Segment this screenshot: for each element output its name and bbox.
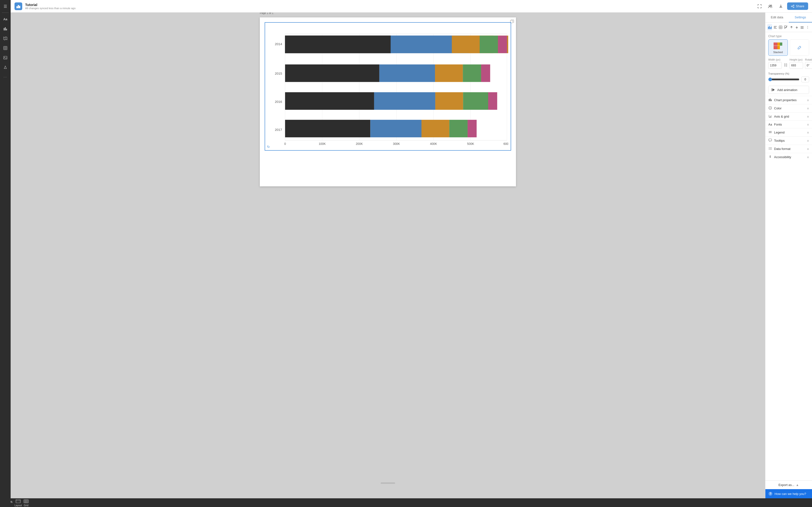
chart-icon-btn[interactable]: [767, 24, 772, 31]
legend-label: Legend: [774, 131, 784, 134]
svg-rect-2: [6, 29, 7, 31]
svg-rect-86: [771, 26, 772, 29]
grid-btn[interactable]: Grid: [24, 499, 29, 507]
fullscreen-btn[interactable]: [755, 2, 764, 11]
svg-rect-71: [449, 120, 468, 137]
icon-toolbar: ⋮: [765, 23, 812, 32]
prop-tooltips[interactable]: Tooltips ∨: [765, 136, 812, 145]
prop-accessibility[interactable]: Accessibility ∨: [765, 153, 812, 161]
dimensions-row: Width (px) ⛓ Height (px) Rotation: [765, 58, 812, 71]
svg-rect-64: [374, 92, 435, 110]
axis-grid-chevron: ∨: [807, 115, 809, 118]
prop-data-format[interactable]: Data format ∨: [765, 145, 812, 153]
svg-text:400K: 400K: [430, 142, 437, 146]
arrow-up-btn[interactable]: [789, 24, 794, 31]
svg-rect-84: [769, 26, 770, 29]
add-animation-label: Add animation: [777, 88, 797, 92]
tab-settings[interactable]: Settings: [789, 12, 812, 22]
svg-rect-83: [768, 27, 769, 29]
chart-type-header: Chart type: [765, 32, 812, 39]
accessibility-chevron: ∨: [807, 156, 809, 159]
fonts-icon: Aa: [768, 123, 772, 126]
prop-fonts[interactable]: Aa Fonts ∨: [765, 120, 812, 128]
svg-rect-54: [391, 36, 452, 53]
chart-container[interactable]: 2014 2015 2016 2017: [265, 22, 511, 151]
size-btn[interactable]: [783, 24, 788, 31]
height-group: Height (px): [790, 58, 803, 69]
legend-icon: [768, 130, 772, 134]
svg-rect-61: [463, 64, 481, 82]
prop-chart-properties[interactable]: Chart properties ∨: [765, 96, 812, 104]
sidebar-item-more[interactable]: ···: [1, 73, 10, 81]
tooltips-label: Tooltips: [774, 139, 785, 143]
prop-legend[interactable]: Legend ∨: [765, 128, 812, 136]
tab-edit-data[interactable]: Edit data: [765, 12, 789, 22]
svg-line-23: [792, 6, 793, 7]
bottom-left: Layout Grid: [14, 499, 29, 507]
bottom-bar: Layout Grid 85 %: [11, 498, 812, 507]
left-sidebar: ☰ Aa ···: [0, 0, 11, 507]
collaborate-btn[interactable]: [766, 2, 774, 11]
svg-marker-3: [4, 37, 7, 40]
svg-rect-100: [773, 43, 777, 46]
accessibility-label: Accessibility: [774, 155, 791, 159]
help-area[interactable]: ? How can we help you?: [765, 489, 812, 498]
svg-rect-70: [421, 120, 449, 137]
align-left-btn[interactable]: [773, 24, 777, 31]
layers-btn[interactable]: [800, 24, 805, 31]
height-input[interactable]: [790, 62, 803, 69]
export-chevron: ▲: [796, 483, 799, 487]
zoom-indicator[interactable]: 85 %: [11, 499, 14, 505]
grid-icon: [24, 499, 29, 504]
svg-rect-133: [24, 500, 28, 503]
svg-rect-59: [379, 64, 435, 82]
page-container: Page 1 of 1 2014 2015 2016 2017: [260, 17, 516, 186]
arrow-down-btn[interactable]: [794, 24, 799, 31]
sidebar-item-brand[interactable]: [1, 63, 10, 72]
export-label: Export as...: [778, 483, 794, 487]
layout-btn[interactable]: Layout: [14, 499, 22, 507]
prop-color[interactable]: Color ∨: [765, 104, 812, 112]
share-btn[interactable]: Share: [787, 2, 808, 10]
more-options-btn[interactable]: ⋮: [805, 24, 810, 31]
svg-rect-63: [285, 92, 374, 110]
axis-grid-label: Axis & grid: [774, 115, 789, 118]
svg-text:0: 0: [284, 142, 286, 146]
svg-text:2017: 2017: [275, 128, 282, 131]
transparency-slider[interactable]: [768, 77, 800, 81]
document-title[interactable]: Tutorial: [25, 3, 75, 7]
svg-rect-72: [468, 120, 476, 137]
canvas-area[interactable]: Page 1 of 1 2014 2015 2016 2017: [11, 12, 765, 498]
chart-type-edit-btn[interactable]: [790, 39, 809, 56]
svg-rect-68: [285, 120, 370, 137]
svg-rect-56: [480, 36, 498, 53]
width-input[interactable]: [768, 62, 782, 69]
svg-rect-65: [435, 92, 463, 110]
chart-type-stacked[interactable]: Stacked: [768, 39, 788, 56]
sidebar-item-table[interactable]: [1, 44, 10, 52]
svg-rect-55: [452, 36, 480, 53]
download-btn[interactable]: [776, 2, 785, 11]
sidebar-menu-btn[interactable]: ☰: [1, 2, 10, 11]
svg-text:2015: 2015: [275, 72, 282, 75]
top-bar-actions: Share: [755, 2, 808, 11]
sidebar-item-map[interactable]: [1, 34, 10, 43]
chart-properties-icon: [768, 98, 772, 102]
add-animation-btn[interactable]: Add animation: [768, 86, 809, 94]
help-icon: ?: [768, 492, 773, 496]
sidebar-item-chart[interactable]: [1, 24, 10, 33]
refresh-icon[interactable]: ↻: [267, 145, 270, 149]
svg-rect-15: [18, 5, 19, 8]
svg-rect-106: [771, 100, 772, 101]
sidebar-item-text[interactable]: Aa: [1, 15, 10, 23]
svg-text:?: ?: [769, 492, 771, 495]
position-btn[interactable]: [778, 24, 783, 31]
export-btn[interactable]: Export as... ▲: [765, 481, 812, 489]
chart-properties-chevron: ∨: [807, 99, 809, 102]
svg-rect-62: [481, 64, 490, 82]
svg-point-108: [769, 107, 771, 109]
sidebar-item-image[interactable]: [1, 53, 10, 62]
svg-rect-60: [435, 64, 463, 82]
rotation-input[interactable]: [805, 62, 812, 69]
prop-axis-grid[interactable]: Axis & grid ∨: [765, 112, 812, 120]
